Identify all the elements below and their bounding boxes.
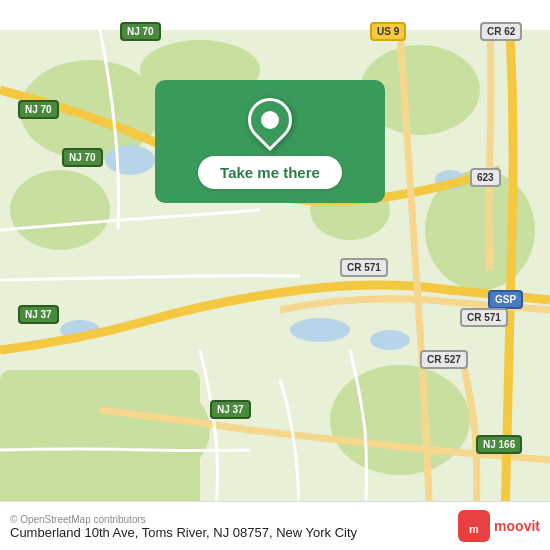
route-shield-nj70-mid-left: NJ 70	[18, 100, 59, 119]
svg-text:m: m	[469, 523, 479, 535]
route-shield-cr62: CR 62	[480, 22, 522, 41]
map-pin	[239, 89, 301, 151]
route-shield-us9: US 9	[370, 22, 406, 41]
marker-popup: Take me there	[155, 80, 385, 203]
route-shield-cr527: CR 527	[420, 350, 468, 369]
route-shield-cr571: CR 571	[340, 258, 388, 277]
route-shield-nj37-bottom: NJ 37	[210, 400, 251, 419]
route-shield-nj70-center: NJ 70	[62, 148, 103, 167]
address-text: Cumberland 10th Ave, Toms River, NJ 0875…	[10, 525, 357, 540]
osm-attribution: © OpenStreetMap contributors	[10, 514, 357, 525]
moovit-logo: m moovit	[458, 510, 540, 542]
svg-point-9	[330, 365, 470, 475]
take-me-there-button[interactable]: Take me there	[198, 156, 342, 189]
route-shield-cr571b: CR 571	[460, 308, 508, 327]
svg-point-13	[370, 330, 410, 350]
moovit-text: moovit	[494, 518, 540, 534]
svg-point-12	[290, 318, 350, 342]
route-shield-cr623: 623	[470, 168, 501, 187]
bottom-bar: © OpenStreetMap contributors Cumberland …	[0, 501, 550, 550]
moovit-icon: m	[458, 510, 490, 542]
map-container: NJ 70 NJ 70 NJ 70 US 9 CR 62 623 NJ 37 C…	[0, 0, 550, 550]
route-shield-gsp: GSP	[488, 290, 523, 309]
svg-point-2	[10, 170, 110, 250]
svg-point-8	[90, 380, 210, 480]
svg-point-10	[105, 145, 155, 175]
route-shield-nj166: NJ 166	[476, 435, 522, 454]
route-shield-nj37-left: NJ 37	[18, 305, 59, 324]
route-shield-nj70-top-left: NJ 70	[120, 22, 161, 41]
bottom-bar-left: © OpenStreetMap contributors Cumberland …	[10, 513, 357, 540]
